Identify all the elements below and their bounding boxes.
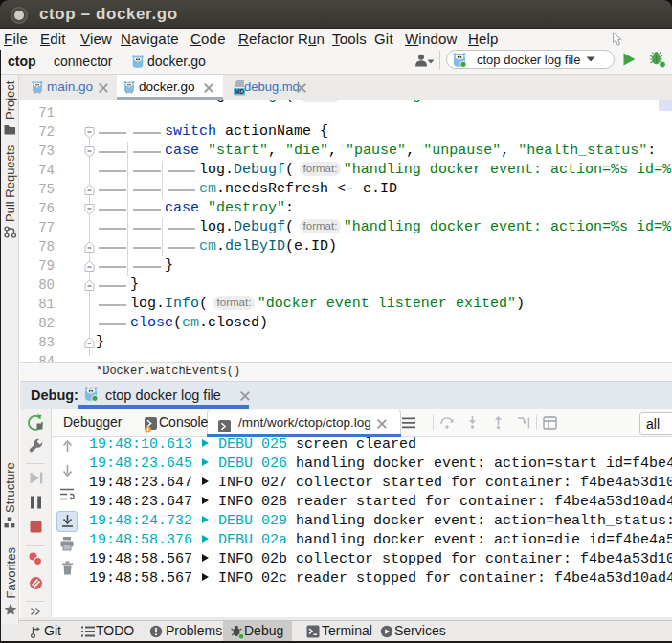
svg-text:MD: MD [235, 88, 244, 95]
